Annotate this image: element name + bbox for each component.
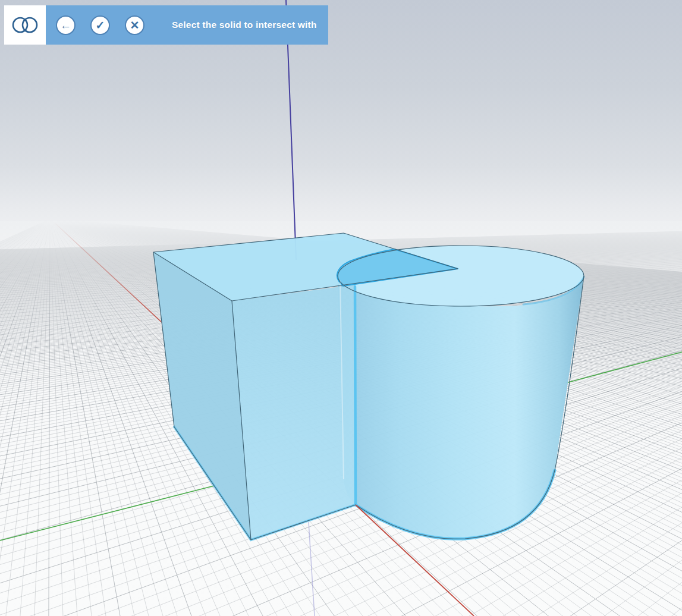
boolean-intersect-icon xyxy=(11,15,39,35)
cad-viewport: ← ✓ ✕ Select the solid to intersect with xyxy=(0,0,682,616)
cylinder-body[interactable] xyxy=(338,276,584,539)
active-tool-indicator xyxy=(4,5,46,45)
confirm-button[interactable]: ✓ xyxy=(90,15,110,35)
cancel-button[interactable]: ✕ xyxy=(125,15,144,35)
tool-prompt-toolbar: ← ✓ ✕ Select the solid to intersect with xyxy=(4,5,328,45)
cylinder-solid[interactable] xyxy=(338,246,584,539)
prompt-text: Select the solid to intersect with xyxy=(172,20,317,30)
back-button[interactable]: ← xyxy=(56,15,76,35)
prompt-bar: ← ✓ ✕ Select the solid to intersect with xyxy=(46,5,328,45)
cube-front-face[interactable] xyxy=(232,285,356,540)
3d-scene xyxy=(0,0,682,616)
